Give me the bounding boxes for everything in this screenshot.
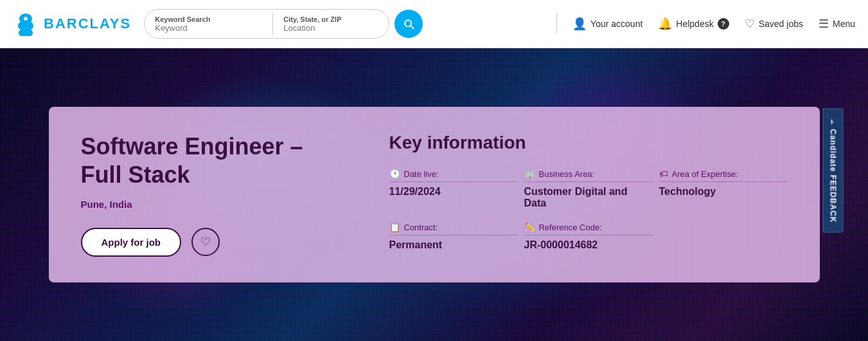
key-info-title: Key information [389, 133, 788, 153]
business-area-value: Customer Digital and Data [524, 186, 653, 209]
apply-for-job-button[interactable]: Apply for job [81, 228, 182, 257]
reference-label: Reference Code: [539, 223, 602, 232]
feedback-tab[interactable]: ⫠ Candidate FEEDBACK [822, 108, 843, 232]
saved-jobs-nav-item[interactable]: ♡ Saved jobs [745, 17, 803, 31]
date-live-label: Date live: [404, 169, 439, 179]
nav-divider-1 [556, 14, 557, 33]
job-card: Software Engineer – Full Stack Pune, Ind… [49, 107, 820, 282]
contract-value: Permanent [389, 239, 518, 251]
save-job-button[interactable]: ♡ [191, 228, 220, 256]
building-icon: 🏢 [524, 169, 535, 179]
account-label: Your account [590, 19, 642, 29]
keyword-search-group: Keyword Search [145, 13, 273, 35]
job-title: Software Engineer – Full Stack [81, 133, 351, 188]
job-location: Pune, India [81, 199, 351, 210]
date-live-value: 11/29/2024 [389, 186, 518, 198]
key-info-grid: 🕐 Date live: 11/29/2024 🏢 Business Area:… [389, 169, 788, 251]
account-icon: 👤 [572, 17, 587, 31]
clock-icon: 🕐 [389, 169, 400, 179]
search-button[interactable] [394, 10, 423, 38]
job-right-panel: Key information 🕐 Date live: 11/29/2024 … [389, 133, 788, 256]
menu-label: Menu [833, 19, 855, 29]
area-expertise-value: Technology [659, 186, 788, 198]
header-right-nav: 👤 Your account 🔔 Helpdesk ? ♡ Saved jobs… [556, 14, 855, 33]
reference-label-row: ✏️ Reference Code: [524, 222, 653, 235]
account-nav-item[interactable]: 👤 Your account [572, 17, 642, 31]
helpdesk-label: Helpdesk [676, 19, 713, 29]
reference-code-item: ✏️ Reference Code: JR-0000014682 [524, 222, 653, 251]
document-icon: 📋 [389, 222, 400, 232]
area-expertise-item: 🏷 Area of Expertise: Technology [659, 169, 788, 209]
tag-icon: 🏷 [659, 169, 668, 179]
feedback-tab-label: ⫠ [828, 118, 837, 126]
helpdesk-badge: ? [718, 18, 729, 30]
date-live-label-row: 🕐 Date live: [389, 169, 518, 182]
search-icon [402, 17, 415, 30]
location-label: City, State, or ZIP [283, 15, 378, 23]
contract-label-row: 📋 Contract: [389, 222, 518, 235]
bell-icon: 🔔 [658, 17, 672, 31]
job-card-container: Software Engineer – Full Stack Pune, Ind… [0, 48, 868, 341]
helpdesk-nav-item[interactable]: 🔔 Helpdesk ? [658, 17, 729, 31]
main-header: BARCLAYS Keyword Search City, State, or … [0, 0, 868, 48]
contract-item: 📋 Contract: Permanent [389, 222, 518, 251]
barclays-eagle-icon [13, 11, 39, 37]
date-live-item: 🕐 Date live: 11/29/2024 [389, 169, 518, 209]
saved-jobs-label: Saved jobs [759, 19, 803, 29]
heart-save-icon: ♡ [200, 235, 211, 249]
keyword-input[interactable] [155, 23, 258, 33]
search-container: Keyword Search City, State, or ZIP [144, 9, 389, 39]
keyword-label: Keyword Search [155, 15, 262, 23]
reference-value: JR-0000014682 [524, 239, 653, 251]
area-expertise-label-row: 🏷 Area of Expertise: [659, 169, 788, 182]
location-search-group: City, State, or ZIP [273, 13, 389, 35]
area-expertise-label: Area of Expertise: [672, 169, 738, 179]
job-actions: Apply for job ♡ [81, 228, 351, 257]
business-area-label-row: 🏢 Business Area: [524, 169, 653, 182]
feedback-label: Candidate FEEDBACK [828, 129, 837, 223]
pencil-icon: ✏️ [524, 222, 535, 232]
contract-label: Contract: [404, 223, 438, 232]
barclays-logo-text: BARCLAYS [44, 15, 131, 32]
menu-icon: ☰ [819, 17, 829, 31]
business-area-item: 🏢 Business Area: Customer Digital and Da… [524, 169, 653, 209]
logo-area[interactable]: BARCLAYS [13, 11, 131, 37]
business-area-label: Business Area: [539, 169, 595, 179]
heart-icon: ♡ [745, 17, 755, 31]
menu-nav-item[interactable]: ☰ Menu [819, 17, 855, 31]
location-input[interactable] [283, 23, 373, 33]
job-left-panel: Software Engineer – Full Stack Pune, Ind… [81, 133, 351, 256]
